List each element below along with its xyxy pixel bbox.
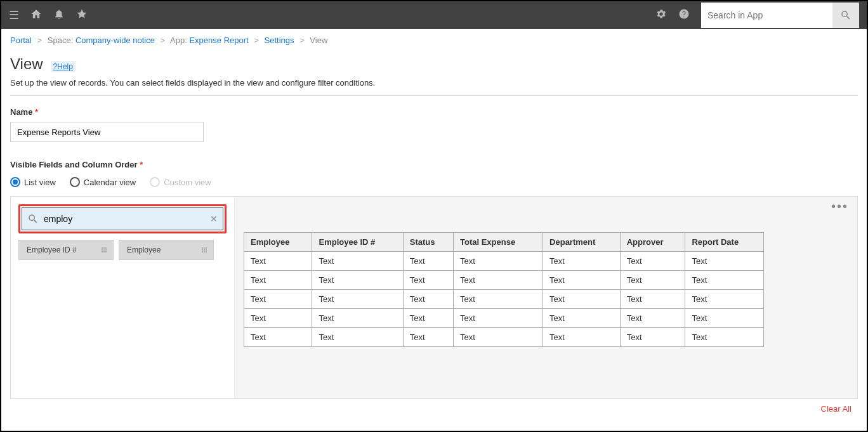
page-title-row: View ?Help: [10, 55, 858, 73]
breadcrumb-space[interactable]: Company-wide notice: [76, 36, 155, 45]
table-row: TextTextTextTextTextTextText: [244, 309, 764, 328]
table-header-row: EmployeeEmployee ID #StatusTotal Expense…: [244, 233, 764, 252]
table-cell: Text: [403, 309, 453, 328]
clear-all-link[interactable]: Clear All: [821, 404, 852, 414]
help-link[interactable]: ?Help: [51, 61, 76, 72]
grip-icon: [102, 247, 107, 252]
table-cell: Text: [453, 309, 542, 328]
table-cell: Text: [620, 309, 685, 328]
global-search-button[interactable]: [832, 3, 859, 28]
breadcrumb-current: View: [310, 36, 327, 45]
radio-calendar-view[interactable]: Calendar view: [70, 177, 136, 187]
breadcrumb-settings[interactable]: Settings: [265, 36, 294, 45]
breadcrumb-app[interactable]: Expense Report: [189, 36, 248, 45]
fields-label: Visible Fields and Column Order *: [10, 160, 858, 169]
table-header[interactable]: Total Expense: [453, 233, 542, 252]
table-header[interactable]: Employee: [244, 233, 312, 252]
table-cell: Text: [453, 328, 542, 347]
bell-icon[interactable]: [53, 8, 65, 23]
page-description: Set up the view of records. You can sele…: [10, 78, 858, 88]
table-cell: Text: [453, 252, 542, 271]
table-cell: Text: [543, 252, 621, 271]
table-cell: Text: [685, 309, 764, 328]
table-cell: Text: [685, 290, 764, 309]
home-icon[interactable]: [30, 8, 42, 23]
table-cell: Text: [244, 271, 312, 290]
star-icon[interactable]: [76, 8, 88, 23]
table-body: TextTextTextTextTextTextTextTextTextText…: [244, 252, 764, 347]
preview-table: EmployeeEmployee ID #StatusTotal Expense…: [244, 232, 764, 347]
table-cell: Text: [543, 290, 621, 309]
topbar-left: ☰: [9, 8, 88, 23]
field-chip[interactable]: Employee: [119, 240, 214, 260]
view-type-radios: List view Calendar view Custom view: [10, 177, 858, 187]
table-header[interactable]: Status: [403, 233, 453, 252]
table-cell: Text: [685, 252, 764, 271]
name-label: Name *: [10, 107, 858, 117]
table-header[interactable]: Report Date: [685, 233, 764, 252]
field-search-input[interactable]: [44, 214, 210, 224]
breadcrumb: Portal > Space: Company-wide notice > Ap…: [1, 29, 867, 51]
table-header[interactable]: Employee ID #: [312, 233, 403, 252]
table-cell: Text: [403, 290, 453, 309]
content: View ?Help Set up the view of records. Y…: [1, 51, 867, 417]
global-search-input[interactable]: [701, 3, 832, 28]
breadcrumb-sep: >: [254, 36, 259, 45]
breadcrumb-space-label: Space:: [48, 36, 73, 45]
topbar-right: ?: [655, 3, 859, 28]
global-search: [701, 3, 859, 28]
radio-icon: [70, 177, 80, 187]
table-row: TextTextTextTextTextTextText: [244, 290, 764, 309]
radio-label: Calendar view: [84, 178, 136, 187]
table-cell: Text: [685, 271, 764, 290]
breadcrumb-portal[interactable]: Portal: [10, 36, 32, 45]
table-cell: Text: [312, 290, 403, 309]
search-icon: [27, 213, 39, 225]
fields-left: ✕ Employee ID #Employee: [11, 197, 234, 398]
table-row: TextTextTextTextTextTextText: [244, 328, 764, 347]
radio-label: Custom view: [164, 178, 211, 187]
table-cell: Text: [244, 252, 312, 271]
table-cell: Text: [543, 271, 621, 290]
radio-label: List view: [24, 178, 56, 187]
field-chip[interactable]: Employee ID #: [18, 240, 114, 260]
fields-right: ••• EmployeeEmployee ID #StatusTotal Exp…: [234, 197, 857, 398]
table-cell: Text: [403, 271, 453, 290]
table-cell: Text: [312, 328, 403, 347]
table-cell: Text: [620, 328, 685, 347]
breadcrumb-app-label: App:: [170, 36, 187, 45]
table-cell: Text: [244, 309, 312, 328]
field-chips: Employee ID #Employee: [18, 240, 227, 260]
table-cell: Text: [453, 290, 542, 309]
table-cell: Text: [403, 328, 453, 347]
table-cell: Text: [685, 328, 764, 347]
table-cell: Text: [620, 252, 685, 271]
more-icon[interactable]: •••: [831, 199, 848, 214]
grip-icon: [202, 247, 207, 252]
table-cell: Text: [312, 252, 403, 271]
breadcrumb-sep: >: [37, 36, 43, 45]
table-cell: Text: [620, 290, 685, 309]
table-cell: Text: [244, 328, 312, 347]
required-mark: *: [140, 160, 143, 169]
radio-icon: [10, 177, 20, 187]
table-header[interactable]: Approver: [620, 233, 685, 252]
field-search: ✕: [22, 207, 223, 230]
help-icon[interactable]: ?: [678, 8, 690, 23]
radio-list-view[interactable]: List view: [10, 177, 56, 187]
topbar: ☰ ?: [1, 1, 867, 29]
table-cell: Text: [543, 328, 621, 347]
table-row: TextTextTextTextTextTextText: [244, 252, 764, 271]
table-cell: Text: [244, 290, 312, 309]
svg-text:?: ?: [682, 10, 686, 17]
menu-icon[interactable]: ☰: [9, 8, 19, 22]
clear-icon[interactable]: ✕: [210, 214, 218, 224]
required-mark: *: [35, 107, 38, 117]
table-header[interactable]: Department: [543, 233, 621, 252]
radio-icon: [150, 177, 160, 187]
gear-icon[interactable]: [655, 8, 667, 23]
table-cell: Text: [453, 271, 542, 290]
table-cell: Text: [403, 252, 453, 271]
view-name-input[interactable]: [10, 122, 204, 142]
page-title: View: [10, 55, 43, 73]
